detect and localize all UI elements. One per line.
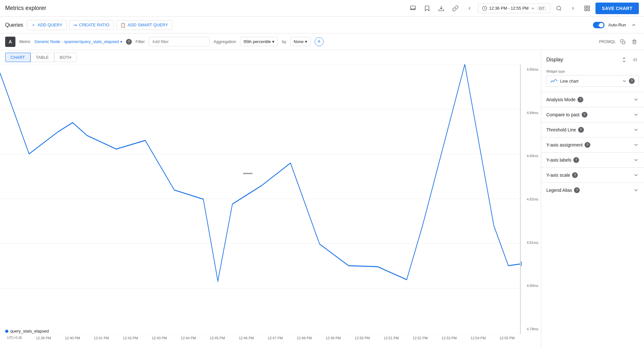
download-icon xyxy=(438,5,444,12)
y-axis-scale-help-icon[interactable]: ? xyxy=(572,172,578,178)
time-range-value: 12:36 PM - 12:55 PM xyxy=(489,6,529,11)
accordion-compare-to-past: Compare to past ? xyxy=(541,107,644,122)
time-range-btn[interactable]: 12:36 PM - 12:55 PM IST xyxy=(478,4,550,13)
threshold-line-help-icon[interactable]: ? xyxy=(578,127,584,133)
tab-table[interactable]: TABLE xyxy=(31,53,54,62)
display-collapse-panel-btn[interactable] xyxy=(630,55,639,64)
metric-help-icon[interactable]: ? xyxy=(126,39,132,45)
by-value: None xyxy=(294,39,304,44)
query-label: A xyxy=(5,37,15,47)
widget-type-select[interactable]: Line chart ? xyxy=(546,75,639,87)
promql-label: PROMQL xyxy=(599,40,616,44)
link-icon xyxy=(452,5,459,12)
add-query-button[interactable]: ＋ ADD QUERY xyxy=(27,20,67,30)
x-label-17: 12:55 PM xyxy=(493,336,522,340)
smart-query-icon: 📋 xyxy=(120,22,126,28)
comparison-icon-btn[interactable] xyxy=(581,3,593,14)
legend-alias-chevron-icon xyxy=(633,187,639,193)
svg-line-4 xyxy=(560,9,561,10)
display-header-icons xyxy=(620,55,639,64)
legend-alias-help-icon[interactable]: ? xyxy=(574,187,580,193)
svg-rect-6 xyxy=(588,6,590,8)
x-label-6: 12:44 PM xyxy=(174,336,203,340)
next-arrow-btn[interactable] xyxy=(567,3,579,14)
accordion-header-legend-alias[interactable]: Legend Alias ? xyxy=(541,183,644,198)
accordion-title-y-axis-assignment: Y-axis assignment ? xyxy=(546,142,590,148)
search-icon-btn[interactable] xyxy=(553,3,565,14)
promql-button[interactable]: PROMQL xyxy=(599,40,616,44)
add-smart-query-button[interactable]: 📋 ADD SMART QUERY xyxy=(116,20,172,30)
bookmark-icon-btn[interactable] xyxy=(421,3,433,14)
y-axis-assignment-label: Y-axis assignment xyxy=(546,142,583,147)
metric-chevron-icon: ▾ xyxy=(120,40,122,44)
right-panel: Display Widget type Line chart xyxy=(541,50,644,347)
resize-handle[interactable] xyxy=(520,64,521,334)
y-label-3: 4.82ms xyxy=(524,197,538,201)
svg-rect-8 xyxy=(585,9,587,11)
app-title: Metrics explorer xyxy=(5,5,46,12)
aggregation-label: Aggregation xyxy=(214,39,236,44)
x-label-4: 12:42 PM xyxy=(116,336,145,340)
accordion-header-threshold-line[interactable]: Threshold Line ? xyxy=(541,122,644,137)
download-icon-btn[interactable] xyxy=(435,3,447,14)
tab-chart[interactable]: CHART xyxy=(5,53,31,62)
widget-type-section: Widget type Line chart ? xyxy=(541,67,644,92)
chart-wrapper: 4.85ms 4.84ms 4.83ms 4.82ms 4.81ms 4.80m… xyxy=(0,64,541,347)
none-select[interactable]: None ▾ xyxy=(290,37,311,46)
add-icon: ＋ xyxy=(31,22,36,28)
filter-label: Filter xyxy=(136,39,145,44)
y-axis: 4.85ms 4.84ms 4.83ms 4.82ms 4.81ms 4.80m… xyxy=(522,64,541,334)
metric-value: Generic Node - spanner/query_stats_elaps… xyxy=(34,39,119,44)
accordion-title-analysis-mode: Analysis Mode ? xyxy=(546,97,583,102)
accordion-header-y-axis-scale[interactable]: Y-axis scale ? xyxy=(541,168,644,182)
y-axis-scale-label: Y-axis scale xyxy=(546,173,570,178)
y-axis-assignment-help-icon[interactable]: ? xyxy=(585,142,590,148)
filter-input[interactable] xyxy=(152,39,206,44)
aggregation-select[interactable]: 95th percentile ▾ xyxy=(240,37,278,46)
compare-to-past-label: Compare to past xyxy=(546,112,580,117)
trash-icon xyxy=(632,39,637,44)
expand-less-icon xyxy=(631,22,637,28)
y-axis-assignment-chevron-icon xyxy=(633,142,639,148)
copy-icon xyxy=(620,39,625,44)
copy-query-button[interactable] xyxy=(618,37,627,46)
accordion-analysis-mode: Analysis Mode ? xyxy=(541,92,644,107)
y-label-1: 4.84ms xyxy=(524,111,538,115)
filter-box[interactable] xyxy=(149,37,210,46)
accordion-header-analysis-mode[interactable]: Analysis Mode ? xyxy=(541,92,644,107)
chart-legend: query_stats_elapsed xyxy=(5,329,49,334)
x-label-5: 12:43 PM xyxy=(145,336,174,340)
accordion-y-axis-labels: Y-axis labels ? xyxy=(541,152,644,167)
prev-arrow-btn[interactable] xyxy=(464,3,475,14)
accordion-header-y-axis-assignment[interactable]: Y-axis assignment ? xyxy=(541,138,644,152)
y-axis-labels-help-icon[interactable]: ? xyxy=(573,157,579,163)
by-label: by xyxy=(282,39,286,44)
collapse-button[interactable] xyxy=(629,20,639,30)
x-label-3: 12:41 PM xyxy=(87,336,116,340)
widget-dropdown-icon xyxy=(622,78,627,84)
analysis-mode-help-icon[interactable]: ? xyxy=(577,97,583,102)
add-group-button[interactable]: + xyxy=(315,37,324,46)
y-axis-scale-chevron-icon xyxy=(633,172,639,178)
create-ratio-button[interactable]: ⇒ CREATE RATIO xyxy=(69,20,113,30)
feedback-icon-btn[interactable] xyxy=(407,3,419,14)
save-chart-button[interactable]: SAVE CHART xyxy=(595,3,639,14)
clock-icon xyxy=(482,6,487,11)
display-title: Display xyxy=(546,57,563,63)
display-expand-btn[interactable] xyxy=(620,55,629,64)
delete-query-button[interactable] xyxy=(630,37,639,46)
auto-run-toggle[interactable] xyxy=(593,22,604,28)
accordion-header-compare-to-past[interactable]: Compare to past ? xyxy=(541,107,644,122)
widget-type-help-icon[interactable]: ? xyxy=(629,78,635,84)
by-chevron-icon: ▾ xyxy=(305,39,307,44)
y-label-5: 4.80ms xyxy=(524,284,538,288)
compare-to-past-help-icon[interactable]: ? xyxy=(582,112,587,118)
x-label-14: 12:52 PM xyxy=(406,336,434,340)
link-icon-btn[interactable] xyxy=(450,3,461,14)
x-label-1: 12:39 PM xyxy=(29,336,58,340)
widget-type-label: Widget type xyxy=(546,69,639,73)
widget-type-inner: Line chart xyxy=(550,79,578,84)
tab-both[interactable]: BOTH xyxy=(54,53,77,62)
metric-select[interactable]: Generic Node - spanner/query_stats_elaps… xyxy=(34,39,122,44)
accordion-header-y-axis-labels[interactable]: Y-axis labels ? xyxy=(541,153,644,167)
